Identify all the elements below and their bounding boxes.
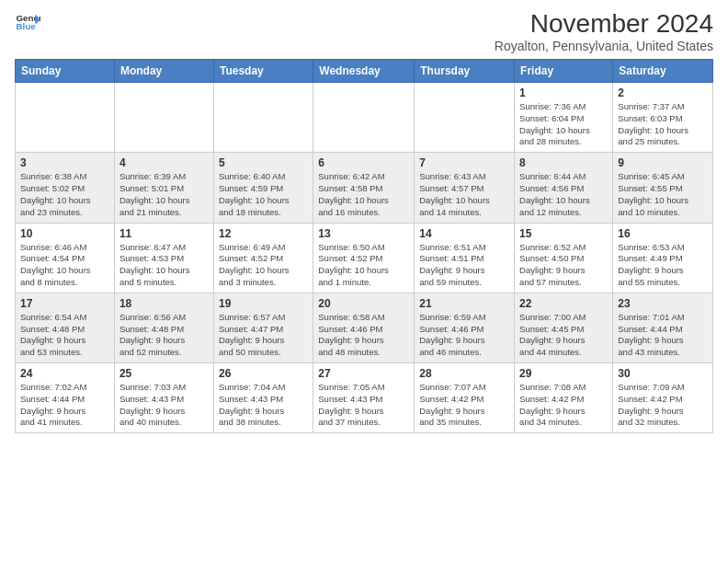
calendar-week-row: 1Sunrise: 7:36 AM Sunset: 6:04 PM Daylig… [16, 83, 713, 153]
day-info: Sunrise: 7:05 AM Sunset: 4:43 PM Dayligh… [318, 382, 409, 429]
day-number: 23 [618, 297, 708, 310]
calendar-cell: 13Sunrise: 6:50 AM Sunset: 4:52 PM Dayli… [313, 223, 415, 293]
calendar-cell: 20Sunrise: 6:58 AM Sunset: 4:46 PM Dayli… [313, 293, 415, 362]
calendar-cell: 27Sunrise: 7:05 AM Sunset: 4:43 PM Dayli… [313, 363, 415, 433]
day-number: 14 [419, 227, 509, 240]
day-info: Sunrise: 7:07 AM Sunset: 4:42 PM Dayligh… [419, 382, 509, 429]
day-info: Sunrise: 6:42 AM Sunset: 4:58 PM Dayligh… [318, 171, 409, 218]
day-number: 12 [219, 227, 308, 240]
day-info: Sunrise: 7:01 AM Sunset: 4:44 PM Dayligh… [618, 312, 708, 359]
day-info: Sunrise: 6:56 AM Sunset: 4:48 PM Dayligh… [119, 312, 209, 359]
calendar-cell: 3Sunrise: 6:38 AM Sunset: 5:02 PM Daylig… [16, 153, 115, 223]
logo: General Blue [15, 9, 40, 35]
day-info: Sunrise: 7:02 AM Sunset: 4:44 PM Dayligh… [20, 382, 109, 429]
header: General Blue November 2024 Royalton, Pen… [15, 9, 713, 53]
page: General Blue November 2024 Royalton, Pen… [0, 0, 728, 442]
calendar-cell: 8Sunrise: 6:44 AM Sunset: 4:56 PM Daylig… [515, 153, 613, 223]
calendar-cell: 10Sunrise: 6:46 AM Sunset: 4:54 PM Dayli… [16, 223, 115, 293]
day-number: 9 [618, 156, 708, 169]
day-number: 15 [519, 227, 608, 240]
calendar-cell: 4Sunrise: 6:39 AM Sunset: 5:01 PM Daylig… [114, 153, 213, 223]
day-info: Sunrise: 6:52 AM Sunset: 4:50 PM Dayligh… [519, 242, 608, 289]
day-info: Sunrise: 6:54 AM Sunset: 4:48 PM Dayligh… [20, 312, 109, 359]
day-info: Sunrise: 6:38 AM Sunset: 5:02 PM Dayligh… [20, 171, 109, 218]
day-header-saturday: Saturday [613, 60, 713, 83]
logo-icon: General Blue [15, 9, 40, 35]
day-info: Sunrise: 6:51 AM Sunset: 4:51 PM Dayligh… [419, 242, 509, 289]
day-header-monday: Monday [114, 60, 213, 83]
calendar-cell: 15Sunrise: 6:52 AM Sunset: 4:50 PM Dayli… [515, 223, 613, 293]
calendar-cell: 12Sunrise: 6:49 AM Sunset: 4:52 PM Dayli… [213, 223, 313, 293]
day-number: 18 [119, 297, 209, 310]
calendar-cell: 17Sunrise: 6:54 AM Sunset: 4:48 PM Dayli… [16, 293, 115, 362]
calendar-cell: 11Sunrise: 6:47 AM Sunset: 4:53 PM Dayli… [114, 223, 213, 293]
day-header-friday: Friday [515, 60, 613, 83]
calendar-cell: 9Sunrise: 6:45 AM Sunset: 4:55 PM Daylig… [613, 153, 713, 223]
day-number: 11 [119, 227, 209, 240]
day-info: Sunrise: 7:03 AM Sunset: 4:43 PM Dayligh… [119, 382, 209, 429]
day-info: Sunrise: 6:40 AM Sunset: 4:59 PM Dayligh… [219, 171, 308, 218]
calendar-week-row: 24Sunrise: 7:02 AM Sunset: 4:44 PM Dayli… [16, 363, 713, 433]
day-number: 3 [20, 156, 109, 169]
calendar-week-row: 17Sunrise: 6:54 AM Sunset: 4:48 PM Dayli… [16, 293, 713, 362]
day-info: Sunrise: 6:39 AM Sunset: 5:01 PM Dayligh… [119, 171, 209, 218]
day-number: 7 [419, 156, 509, 169]
day-number: 29 [519, 367, 608, 380]
calendar-cell: 25Sunrise: 7:03 AM Sunset: 4:43 PM Dayli… [114, 363, 213, 433]
day-number: 21 [419, 297, 509, 310]
day-info: Sunrise: 6:58 AM Sunset: 4:46 PM Dayligh… [318, 312, 409, 359]
calendar-cell [213, 83, 313, 153]
day-number: 13 [318, 227, 409, 240]
day-number: 20 [318, 297, 409, 310]
day-number: 5 [219, 156, 308, 169]
day-number: 10 [20, 227, 109, 240]
day-header-wednesday: Wednesday [313, 60, 415, 83]
day-info: Sunrise: 6:43 AM Sunset: 4:57 PM Dayligh… [419, 171, 509, 218]
calendar-cell: 14Sunrise: 6:51 AM Sunset: 4:51 PM Dayli… [415, 223, 515, 293]
calendar-cell: 24Sunrise: 7:02 AM Sunset: 4:44 PM Dayli… [16, 363, 115, 433]
calendar-cell: 29Sunrise: 7:08 AM Sunset: 4:42 PM Dayli… [515, 363, 613, 433]
calendar-cell: 16Sunrise: 6:53 AM Sunset: 4:49 PM Dayli… [613, 223, 713, 293]
calendar-cell: 21Sunrise: 6:59 AM Sunset: 4:46 PM Dayli… [415, 293, 515, 362]
day-info: Sunrise: 6:46 AM Sunset: 4:54 PM Dayligh… [20, 242, 109, 289]
calendar-cell [16, 83, 115, 153]
calendar-cell [114, 83, 213, 153]
day-header-sunday: Sunday [16, 60, 115, 83]
calendar-cell: 6Sunrise: 6:42 AM Sunset: 4:58 PM Daylig… [313, 153, 415, 223]
location: Royalton, Pennsylvania, United States [495, 39, 713, 53]
calendar-cell: 1Sunrise: 7:36 AM Sunset: 6:04 PM Daylig… [515, 83, 613, 153]
calendar-cell: 5Sunrise: 6:40 AM Sunset: 4:59 PM Daylig… [213, 153, 313, 223]
day-number: 1 [519, 86, 608, 99]
calendar-week-row: 10Sunrise: 6:46 AM Sunset: 4:54 PM Dayli… [16, 223, 713, 293]
calendar-cell [313, 83, 415, 153]
day-number: 25 [119, 367, 209, 380]
day-number: 28 [419, 367, 509, 380]
day-header-thursday: Thursday [415, 60, 515, 83]
day-info: Sunrise: 6:57 AM Sunset: 4:47 PM Dayligh… [219, 312, 308, 359]
day-info: Sunrise: 6:44 AM Sunset: 4:56 PM Dayligh… [519, 171, 608, 218]
day-number: 22 [519, 297, 608, 310]
day-info: Sunrise: 7:08 AM Sunset: 4:42 PM Dayligh… [519, 382, 608, 429]
day-number: 2 [618, 86, 708, 99]
day-info: Sunrise: 6:47 AM Sunset: 4:53 PM Dayligh… [119, 242, 209, 289]
day-info: Sunrise: 6:49 AM Sunset: 4:52 PM Dayligh… [219, 242, 308, 289]
day-number: 26 [219, 367, 308, 380]
calendar-cell: 22Sunrise: 7:00 AM Sunset: 4:45 PM Dayli… [515, 293, 613, 362]
calendar-cell: 19Sunrise: 6:57 AM Sunset: 4:47 PM Dayli… [213, 293, 313, 362]
calendar-cell [415, 83, 515, 153]
calendar-cell: 26Sunrise: 7:04 AM Sunset: 4:43 PM Dayli… [213, 363, 313, 433]
day-number: 16 [618, 227, 708, 240]
day-number: 27 [318, 367, 409, 380]
svg-text:Blue: Blue [16, 21, 36, 31]
day-number: 24 [20, 367, 109, 380]
calendar-cell: 28Sunrise: 7:07 AM Sunset: 4:42 PM Dayli… [415, 363, 515, 433]
day-number: 8 [519, 156, 608, 169]
calendar-header-row: SundayMondayTuesdayWednesdayThursdayFrid… [16, 60, 713, 83]
day-number: 30 [618, 367, 708, 380]
day-info: Sunrise: 7:36 AM Sunset: 6:04 PM Dayligh… [519, 101, 608, 148]
calendar-cell: 18Sunrise: 6:56 AM Sunset: 4:48 PM Dayli… [114, 293, 213, 362]
title-block: November 2024 Royalton, Pennsylvania, Un… [495, 9, 713, 53]
day-number: 17 [20, 297, 109, 310]
calendar-table: SundayMondayTuesdayWednesdayThursdayFrid… [15, 59, 713, 433]
month-title: November 2024 [495, 9, 713, 39]
